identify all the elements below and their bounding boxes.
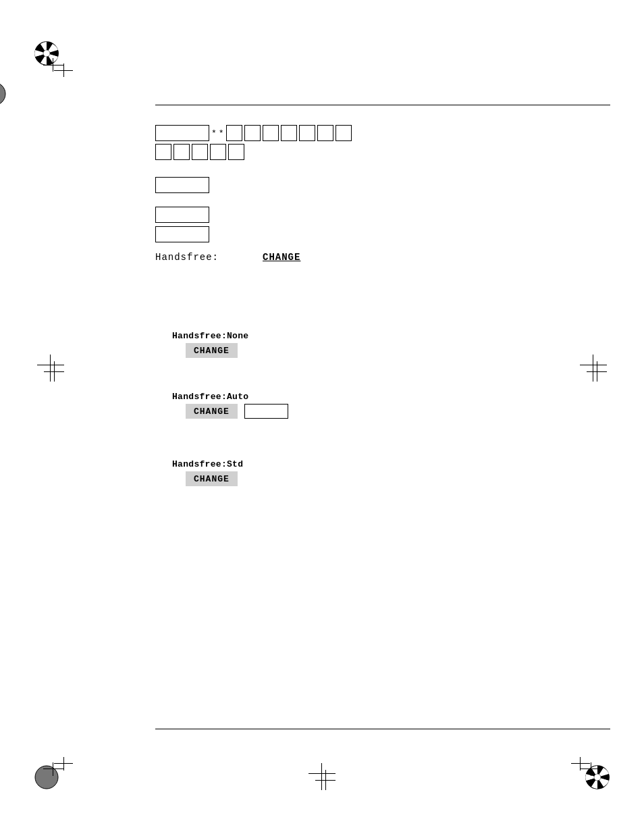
input-row-2 (155, 144, 610, 160)
section-none: Handsfree:None CHANGE (172, 331, 248, 358)
input-field-r2-5[interactable] (228, 144, 244, 160)
handsfree-main-row: Handsfree: CHANGE (155, 252, 610, 263)
corner-mark-ml (34, 351, 68, 385)
top-rule (155, 105, 610, 105)
input-field-3[interactable] (244, 125, 261, 141)
input-field-2[interactable] (226, 125, 242, 141)
corner-mark-bl (34, 753, 74, 793)
section-std-label: Handsfree:Std (172, 459, 243, 469)
corner-mark-tl (34, 41, 74, 81)
input-field-r2-1[interactable] (155, 144, 171, 160)
separator-star-1: * (211, 128, 217, 138)
corner-mark-mr (576, 351, 610, 385)
input-field-6[interactable] (299, 125, 315, 141)
corner-mark-tr (0, 81, 7, 122)
input-field-4[interactable] (263, 125, 279, 141)
svg-point-6 (43, 50, 50, 57)
corner-mark-bc (305, 760, 339, 793)
single-input-1-wrapper (155, 177, 610, 193)
sunburst-circle-tl (34, 41, 59, 66)
single-input-3-wrapper (155, 226, 610, 242)
input-field-7[interactable] (317, 125, 333, 141)
section-auto: Handsfree:Auto CHANGE (172, 392, 288, 419)
section-none-change[interactable]: CHANGE (194, 346, 230, 356)
corner-mark-br (570, 753, 610, 793)
input-field-r2-3[interactable] (192, 144, 208, 160)
section-std-change[interactable]: CHANGE (194, 474, 230, 484)
input-field-5[interactable] (281, 125, 297, 141)
handsfree-main-label: Handsfree: (155, 252, 219, 263)
section-none-label: Handsfree:None (172, 331, 248, 341)
single-input-2-wrapper (155, 207, 610, 223)
input-field-8[interactable] (336, 125, 352, 141)
input-field-r2-2[interactable] (173, 144, 190, 160)
svg-point-8 (35, 766, 58, 789)
single-input-3[interactable] (155, 226, 209, 242)
section-auto-change[interactable]: CHANGE (194, 407, 230, 417)
separator-star-2: * (219, 128, 224, 138)
input-field-1[interactable] (155, 125, 209, 141)
section-auto-label: Handsfree:Auto (172, 392, 288, 402)
main-content: * * Handsfree: CHANGE (155, 115, 610, 263)
input-field-r2-4[interactable] (210, 144, 226, 160)
bottom-rule (155, 729, 610, 729)
svg-point-15 (594, 774, 601, 781)
svg-point-7 (0, 82, 5, 105)
single-input-1[interactable] (155, 177, 209, 193)
handsfree-main-change[interactable]: CHANGE (263, 252, 300, 263)
input-row-1: * * (155, 125, 610, 141)
section-auto-input[interactable] (244, 404, 288, 419)
solid-circle-tr (0, 81, 7, 107)
single-input-2[interactable] (155, 207, 209, 223)
section-std: Handsfree:Std CHANGE (172, 459, 243, 486)
